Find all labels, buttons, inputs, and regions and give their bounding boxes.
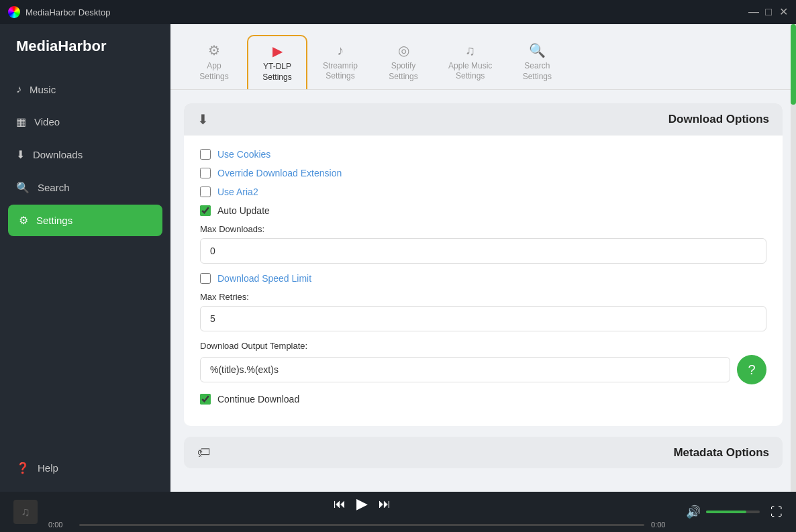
sidebar-item-music-label: Music [30, 84, 56, 95]
minimize-button[interactable]: — [749, 7, 758, 17]
tab-spotify-label: SpotifySettings [389, 61, 417, 82]
continue-download-label[interactable]: Continue Download [217, 394, 299, 405]
main-content: ⚙ AppSettings ▶ YT-DLPSettings ♪ Streamr… [170, 24, 796, 492]
sidebar-item-downloads[interactable]: ⬇ Downloads [0, 139, 170, 170]
use-aria2-label[interactable]: Use Aria2 [217, 187, 258, 197]
maximize-button[interactable]: □ [764, 7, 773, 17]
sidebar-item-help-label: Help [38, 462, 58, 474]
download-options-card: ⬇ Download Options Use Cookies Override … [184, 103, 783, 426]
sidebar-item-search-label: Search [38, 182, 70, 193]
tab-search-settings[interactable]: 🔍 SearchSettings [507, 36, 567, 89]
search-icon: 🔍 [16, 181, 30, 194]
volume-fill [706, 511, 746, 513]
sidebar-bottom: ❓ Help [0, 444, 170, 492]
scrollbar-thumb[interactable] [791, 24, 796, 105]
sidebar-item-settings-label: Settings [36, 215, 72, 226]
titlebar: MediaHarbor Desktop — □ ✕ [0, 0, 796, 24]
override-extension-label[interactable]: Override Download Extension [217, 168, 342, 178]
use-aria2-row: Use Aria2 [200, 187, 766, 197]
max-downloads-input[interactable] [200, 238, 766, 264]
main-wrapper: ⚙ AppSettings ▶ YT-DLPSettings ♪ Streamr… [170, 24, 796, 492]
tab-search-settings-label: SearchSettings [523, 61, 552, 82]
tab-spotify-icon: ◎ [398, 42, 409, 58]
time-row: 0:00 0:00 [48, 521, 675, 529]
speed-limit-checkbox[interactable] [200, 273, 211, 284]
downloads-icon: ⬇ [16, 148, 25, 161]
sidebar-item-downloads-label: Downloads [33, 149, 83, 160]
tab-app-settings-label: AppSettings [199, 61, 228, 82]
time-current: 0:00 [48, 521, 72, 529]
sidebar-nav: ♪ Music ▦ Video ⬇ Downloads 🔍 Search ⚙ S… [0, 74, 170, 444]
player-buttons: ⏮ ▶ ⏭ [334, 495, 391, 513]
play-button[interactable]: ▶ [356, 495, 368, 513]
music-note-icon: ♫ [21, 505, 30, 519]
help-button[interactable]: ? [737, 355, 766, 384]
download-options-icon: ⬇ [197, 111, 209, 127]
override-extension-checkbox[interactable] [200, 168, 211, 178]
max-retries-field: Max Retries: [200, 292, 766, 331]
download-options-header: ⬇ Download Options [184, 103, 783, 136]
speed-limit-label[interactable]: Download Speed Limit [217, 273, 311, 284]
sidebar-item-help[interactable]: ❓ Help [16, 455, 154, 481]
download-options-body: Use Cookies Override Download Extension … [184, 136, 783, 426]
content-area: ⬇ Download Options Use Cookies Override … [170, 90, 796, 492]
use-cookies-label[interactable]: Use Cookies [217, 149, 270, 160]
progress-bar[interactable] [79, 524, 644, 526]
max-retries-label: Max Retries: [200, 292, 766, 302]
metadata-options-title: Metadata Options [673, 446, 769, 460]
use-aria2-checkbox[interactable] [200, 187, 211, 197]
metadata-options-icon: 🏷 [197, 445, 211, 460]
tab-yt-dlp-label: YT-DLPSettings [262, 62, 291, 83]
metadata-options-header: 🏷 Metadata Options [184, 437, 783, 468]
close-button[interactable]: ✕ [779, 7, 788, 17]
max-downloads-label: Max Downloads: [200, 224, 766, 234]
tab-apple-music-settings[interactable]: ♫ Apple MusicSettings [436, 36, 504, 89]
help-icon: ❓ [16, 462, 30, 474]
sidebar-item-music[interactable]: ♪ Music [0, 74, 170, 105]
use-cookies-checkbox[interactable] [200, 149, 211, 160]
fast-forward-button[interactable]: ⏭ [379, 497, 391, 511]
scrollbar[interactable] [791, 24, 796, 492]
tabs-bar: ⚙ AppSettings ▶ YT-DLPSettings ♪ Streamr… [170, 24, 796, 90]
tab-apple-music-icon: ♫ [465, 43, 475, 58]
auto-update-label[interactable]: Auto Update [217, 205, 270, 216]
tab-search-settings-icon: 🔍 [529, 42, 546, 58]
auto-update-row: Auto Update [200, 205, 766, 216]
override-extension-row: Override Download Extension [200, 168, 766, 178]
sidebar-item-search[interactable]: 🔍 Search [0, 172, 170, 203]
tab-app-settings-icon: ⚙ [208, 42, 220, 58]
app-body: MediaHarbor ♪ Music ▦ Video ⬇ Downloads … [0, 24, 796, 492]
sidebar-brand: MediaHarbor [0, 38, 170, 74]
auto-update-checkbox[interactable] [200, 205, 211, 216]
continue-download-checkbox[interactable] [200, 394, 211, 405]
output-template-row: ? [200, 355, 766, 384]
player-controls: ⏮ ▶ ⏭ 0:00 0:00 [48, 495, 675, 529]
app-logo [8, 6, 20, 18]
fullscreen-button[interactable]: ⛶ [770, 505, 783, 519]
titlebar-title: MediaHarbor Desktop [26, 7, 110, 17]
tab-app-settings[interactable]: ⚙ AppSettings [184, 36, 244, 89]
volume-bar[interactable] [706, 511, 760, 513]
tab-yt-dlp-settings[interactable]: ▶ YT-DLPSettings [247, 35, 307, 89]
sidebar-item-video[interactable]: ▦ Video [0, 106, 170, 138]
settings-icon: ⚙ [19, 214, 28, 227]
player-art: ♫ [13, 500, 38, 524]
volume-section: 🔊 [686, 504, 760, 519]
window-controls: — □ ✕ [749, 7, 788, 17]
output-template-input[interactable] [200, 357, 730, 382]
max-retries-input[interactable] [200, 306, 766, 331]
sidebar-item-settings[interactable]: ⚙ Settings [8, 205, 162, 236]
time-total: 0:00 [651, 521, 675, 529]
continue-download-row: Continue Download [200, 394, 766, 405]
output-template-label: Download Output Template: [200, 341, 766, 351]
metadata-options-card: 🏷 Metadata Options [184, 437, 783, 468]
tab-streamrip-settings[interactable]: ♪ StreamripSettings [310, 36, 370, 89]
rewind-button[interactable]: ⏮ [334, 497, 346, 511]
tab-spotify-settings[interactable]: ◎ SpotifySettings [373, 36, 434, 89]
tab-streamrip-label: StreamripSettings [323, 61, 358, 82]
video-icon: ▦ [16, 115, 26, 128]
use-cookies-row: Use Cookies [200, 149, 766, 160]
download-options-title: Download Options [668, 113, 769, 126]
max-downloads-field: Max Downloads: [200, 224, 766, 264]
sidebar: MediaHarbor ♪ Music ▦ Video ⬇ Downloads … [0, 24, 170, 492]
